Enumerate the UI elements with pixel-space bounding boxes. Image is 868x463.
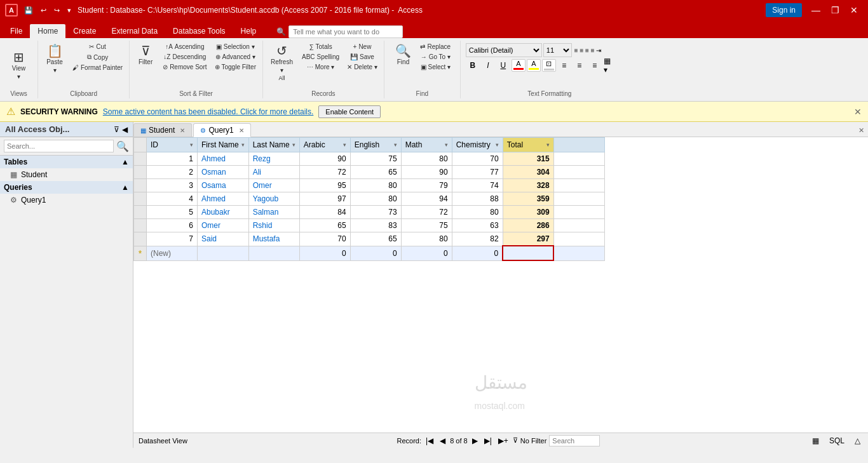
view-button[interactable]: ⊞ View ▾ <box>8 48 31 83</box>
cell-english[interactable]: 80 <box>350 179 401 192</box>
cell-id[interactable]: 6 <box>147 219 198 232</box>
new-cell-english[interactable]: 0 <box>350 246 401 260</box>
tables-section-header[interactable]: Tables ▲ <box>0 156 133 168</box>
search-field[interactable] <box>549 435 600 446</box>
cell-total[interactable]: 304 <box>503 166 553 179</box>
cell-last-name[interactable]: Rshid <box>248 219 299 232</box>
sidebar-filter-icon[interactable]: ⊽ <box>114 125 119 134</box>
goto-button[interactable]: → Go To ▾ <box>417 52 453 62</box>
cell-first-name[interactable]: Said <box>198 232 249 246</box>
tab-create[interactable]: Create <box>65 24 104 38</box>
table-row[interactable]: 1 Ahmed Rezg 90 75 80 70 315 <box>134 152 605 166</box>
doc-tab-student[interactable]: ▦ Student ✕ <box>133 123 192 137</box>
font-select[interactable]: Calibri (Detail) <box>466 43 542 57</box>
table-row[interactable]: 2 Osman Ali 72 65 90 77 304 <box>134 166 605 179</box>
query1-tab-close[interactable]: ✕ <box>239 127 244 134</box>
highlight-color-button[interactable]: A <box>527 59 541 72</box>
cell-chemistry[interactable]: 63 <box>452 219 503 232</box>
cell-math[interactable]: 80 <box>401 232 452 246</box>
cell-total[interactable]: 297 <box>503 232 553 246</box>
cell-chemistry[interactable]: 88 <box>452 192 503 206</box>
tab-help[interactable]: Help <box>233 24 264 38</box>
cell-id[interactable]: 5 <box>147 206 198 219</box>
redo-btn[interactable]: ↪ <box>51 5 62 16</box>
cell-last-name[interactable]: Ali <box>248 166 299 179</box>
sql-view-btn[interactable]: SQL <box>827 435 847 446</box>
copy-button[interactable]: ⧉ Copy <box>70 52 125 62</box>
enable-content-button[interactable]: Enable Content <box>318 105 381 118</box>
remove-sort-button[interactable]: ⊘ Remove Sort <box>160 62 209 72</box>
col-chemistry[interactable]: Chemistry▾ <box>452 138 503 152</box>
cell-total[interactable]: 359 <box>503 192 553 206</box>
cell-last-name[interactable]: Salman <box>248 206 299 219</box>
toggle-filter-button[interactable]: ⊕ Toggle Filter <box>212 62 259 72</box>
new-cell-total[interactable] <box>503 246 553 260</box>
new-cell-math[interactable]: 0 <box>401 246 452 260</box>
queries-section-header[interactable]: Queries ▲ <box>0 181 133 194</box>
cell-arabic[interactable]: 97 <box>299 192 350 206</box>
doc-tab-query1[interactable]: ⚙ Query1 ✕ <box>193 123 250 137</box>
cell-id[interactable]: 4 <box>147 192 198 206</box>
cell-arabic[interactable]: 70 <box>299 232 350 246</box>
cell-english[interactable]: 73 <box>350 206 401 219</box>
design-view-btn[interactable]: △ <box>852 435 863 446</box>
new-cell-last[interactable] <box>248 246 299 260</box>
background-color-button[interactable]: ⊡ <box>542 59 556 72</box>
cell-chemistry[interactable]: 74 <box>452 179 503 192</box>
tab-file[interactable]: File <box>3 24 30 38</box>
col-id[interactable]: ID▾ <box>147 138 198 152</box>
col-last-name[interactable]: Last Name▾ <box>248 138 299 152</box>
more-button[interactable]: ⋯ More ▾ <box>299 62 342 72</box>
next-record-btn[interactable]: ▶ <box>470 436 480 445</box>
cell-first-name[interactable]: Abubakr <box>198 206 249 219</box>
cell-chemistry[interactable]: 80 <box>452 206 503 219</box>
cell-english[interactable]: 83 <box>350 219 401 232</box>
col-total[interactable]: Total▾ <box>503 138 553 152</box>
undo-btn[interactable]: ↩ <box>38 5 49 16</box>
cell-total[interactable]: 309 <box>503 206 553 219</box>
cell-first-name[interactable]: Omer <box>198 219 249 232</box>
cell-arabic[interactable]: 95 <box>299 179 350 192</box>
cell-english[interactable]: 80 <box>350 192 401 206</box>
sidebar-collapse-icon[interactable]: ◀ <box>122 125 128 134</box>
filter-button[interactable]: ⊽ Filter <box>133 42 158 68</box>
bold-button[interactable]: B <box>466 59 480 72</box>
new-record-row[interactable]: * (New) 0 0 0 0 <box>134 246 605 260</box>
cell-last-name[interactable]: Omer <box>248 179 299 192</box>
format-painter-button[interactable]: 🖌 Format Painter <box>70 63 125 72</box>
cell-total[interactable]: 286 <box>503 219 553 232</box>
italic-button[interactable]: I <box>481 59 495 72</box>
all-tabs-close[interactable]: ✕ <box>855 124 868 137</box>
ascending-button[interactable]: ↑A Ascending <box>160 42 209 51</box>
refresh-button[interactable]: ↺ Refresh ▾ All <box>267 42 297 84</box>
close-button[interactable]: ✕ <box>845 1 863 19</box>
delete-button[interactable]: ✕ Delete ▾ <box>344 62 380 72</box>
prev-record-btn[interactable]: ◀ <box>438 436 447 445</box>
datasheet[interactable]: ID▾ First Name▾ Last Name▾ Arabic▾ Engli <box>133 137 868 433</box>
last-record-btn[interactable]: ▶| <box>482 436 494 445</box>
sidebar-item-student[interactable]: ▦ Student <box>0 168 133 181</box>
tab-home[interactable]: Home <box>30 24 65 38</box>
cell-math[interactable]: 79 <box>401 179 452 192</box>
new-cell-arabic[interactable]: 0 <box>299 246 350 260</box>
tab-database-tools[interactable]: Database Tools <box>165 24 233 38</box>
table-row[interactable]: 4 Ahmed Yagoub 97 80 94 88 359 <box>134 192 605 206</box>
save-quick-btn[interactable]: 💾 <box>22 5 36 16</box>
paste-button[interactable]: 📋 Paste ▾ <box>42 42 67 76</box>
new-cell-chemistry[interactable]: 0 <box>452 246 503 260</box>
cell-id[interactable]: 7 <box>147 232 198 246</box>
new-button[interactable]: + New <box>344 42 380 51</box>
new-record-btn[interactable]: ▶+ <box>496 436 510 445</box>
cell-chemistry[interactable]: 70 <box>452 152 503 166</box>
cell-math[interactable]: 80 <box>401 152 452 166</box>
cell-first-name[interactable]: Osman <box>198 166 249 179</box>
cell-id[interactable]: 2 <box>147 166 198 179</box>
first-record-btn[interactable]: |◀ <box>424 436 435 445</box>
cell-english[interactable]: 65 <box>350 232 401 246</box>
table-row[interactable]: 7 Said Mustafa 70 65 80 82 297 <box>134 232 605 246</box>
security-message[interactable]: Some active content has been disabled. C… <box>103 107 314 116</box>
cell-arabic[interactable]: 72 <box>299 166 350 179</box>
replace-button[interactable]: ⇄ Replace <box>417 42 453 51</box>
minimize-button[interactable]: — <box>807 1 825 19</box>
totals-button[interactable]: ∑ Totals <box>299 42 342 51</box>
